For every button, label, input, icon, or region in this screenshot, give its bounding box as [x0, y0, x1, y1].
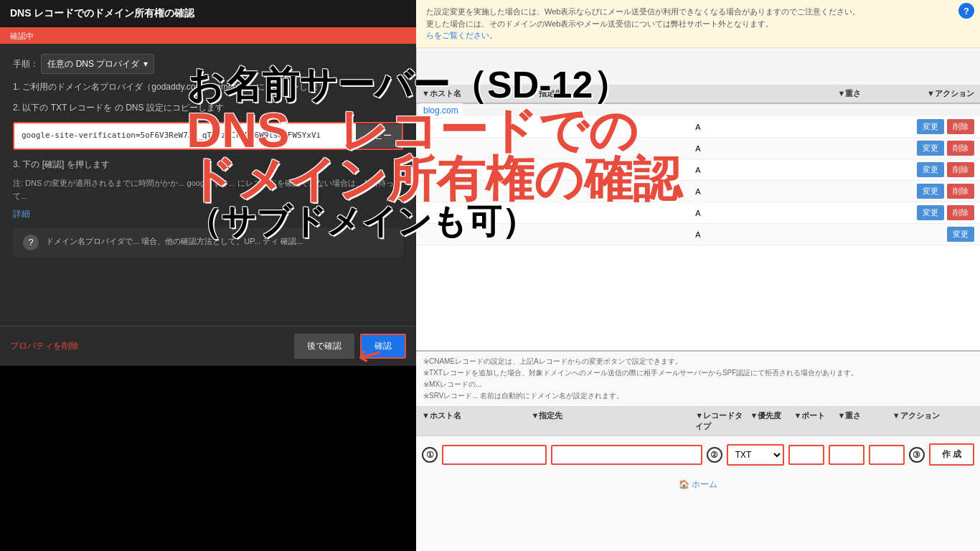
port-input[interactable]: [829, 445, 864, 465]
dns-table-row: A 変更 削除: [416, 159, 980, 181]
dns-rows-container: A 変更 削除 A 変更 削除 A 変更 削除 A: [416, 116, 980, 350]
later-button[interactable]: 後で確認: [294, 334, 354, 359]
change-button[interactable]: 変更: [917, 162, 944, 177]
col-header-host: ▼ホスト名: [422, 88, 531, 99]
delete-button[interactable]: 削除: [947, 162, 974, 177]
delete-button[interactable]: 削除: [947, 205, 974, 220]
create-button[interactable]: 作 成: [929, 443, 974, 466]
dns-note-3: ※MXレコードの...: [423, 379, 973, 390]
priority-input[interactable]: [788, 445, 824, 465]
add-col-type: ▼レコードタイプ: [695, 410, 750, 432]
dialog-subtitle-text: 確認中: [10, 32, 34, 40]
add-col-value: ▼指定先: [531, 410, 695, 432]
row-actions: 変更 削除: [892, 184, 974, 199]
dns-table-row: A 変更 削除: [416, 138, 980, 159]
chevron-down-icon: ▾: [143, 57, 148, 71]
warning-line1: た設定変更を実施した場合には、Web表示ならびにメール送受信が利用できなくなる場…: [426, 6, 970, 18]
warning-line2: 更した場合には、そのドメインのWeb表示やメール送受信については弊社サポート外と…: [426, 18, 970, 30]
dns-note-1: ※CNAMEレコードの設定は、上記Aレコードからの変更ボタンで設定できます。: [423, 356, 973, 367]
provider-info-box: ? ドメイン名プロバイダで... 場合、他の確認方法として、UP... ティ 確…: [13, 227, 403, 258]
change-button[interactable]: 変更: [947, 227, 974, 242]
dialog-panel: DNS レコードでのドメイン所有権の確認 確認中 手順： 任意の DNS プロバ…: [0, 0, 416, 366]
row-actions: 変更 削除: [892, 162, 974, 177]
step1: 1. ご利用のドメイン名プロバイダ（godaddy.com、nameche...…: [13, 80, 403, 94]
change-button[interactable]: 変更: [917, 141, 944, 156]
host-input[interactable]: [442, 445, 547, 465]
provider-label: 任意の DNS プロバイダ: [47, 57, 139, 71]
add-col-action: ▼アクション: [892, 410, 974, 432]
type-select[interactable]: TXT A CNAME MX SRV: [727, 444, 784, 466]
row-actions: 変更 削除: [892, 141, 974, 156]
value-input[interactable]: [551, 445, 702, 465]
dns-table-row: A 変更: [416, 224, 980, 245]
warning-bar: た設定変更を実施した場合には、Web表示ならびにメール送受信が利用できなくなる場…: [416, 0, 980, 48]
warning-link[interactable]: らをご覧ください。: [426, 31, 497, 39]
circle-2: ②: [707, 447, 722, 463]
dns-table-row: A 変更 削除: [416, 181, 980, 202]
detail-link[interactable]: 詳細: [13, 207, 403, 221]
change-button[interactable]: 変更: [917, 184, 944, 199]
provider-info-text: ドメイン名プロバイダで... 場合、他の確認方法として、UP... ティ 確認.…: [46, 235, 303, 248]
step3: 3. 下の [確認] を押します: [13, 157, 403, 171]
row-type: A: [695, 230, 750, 239]
col-header-weight: ▼重さ: [837, 88, 892, 99]
txt-record-value: google-site-verification=5oF6V3ReW7JC_qT…: [14, 123, 356, 149]
change-button[interactable]: 変更: [917, 205, 944, 220]
delete-button[interactable]: 削除: [947, 119, 974, 134]
dns-add-header: ▼ホスト名 ▼指定先 ▼レコードタイプ ▼優先度 ▼ポート ▼重さ ▼アクション: [416, 407, 980, 436]
col-header-ttl: [793, 88, 837, 99]
row-actions: 変更: [892, 227, 974, 242]
row-actions: 変更 削除: [892, 119, 974, 134]
step-provider: 手順： 任意の DNS プロバイダ ▾: [13, 54, 403, 74]
step1-text: 1. ご利用のドメイン名プロバイダ（godaddy.com、nameche...…: [13, 82, 308, 92]
delete-property-button[interactable]: プロパティを削除: [10, 340, 79, 352]
dialog-subtitle: 確認中: [0, 29, 416, 44]
dialog-title: DNS レコードでのドメイン所有権の確認: [10, 7, 194, 19]
dns-table-row: A 変更 削除: [416, 202, 980, 224]
row-type: A: [695, 166, 750, 174]
col-header-action: ▼アクション: [892, 88, 974, 99]
dns-table-row: A 変更 削除: [416, 116, 980, 138]
dialog-body: 手順： 任意の DNS プロバイダ ▾ 1. ご利用のドメイン名プロバイダ（go…: [0, 44, 416, 268]
col-header-type: [695, 88, 750, 99]
info-icon: ?: [23, 235, 39, 250]
help-icon[interactable]: ?: [958, 3, 974, 19]
row-type: A: [695, 187, 750, 196]
dns-table-header: ▼ホスト名 ▼指定先 ▼重さ ▼アクション: [416, 85, 980, 104]
dialog-note: 注: DNS の変更が適用されるまでに時間がかか... google すぐ...…: [13, 177, 403, 202]
row-type: A: [695, 144, 750, 153]
add-col-host: ▼ホスト名: [422, 410, 531, 432]
copy-button[interactable]: コピー: [356, 124, 402, 148]
row-actions: 変更 削除: [892, 205, 974, 220]
step-label: 手順：: [13, 59, 39, 69]
row-type: A: [695, 209, 750, 217]
txt-record-box: google-site-verification=5oF6V3ReW7JC_qT…: [13, 122, 403, 150]
col-header-pri: [750, 88, 793, 99]
step1-suffix: ます: [311, 82, 328, 92]
circle-1: ①: [422, 447, 438, 463]
add-col-port: ▼ポート: [793, 410, 837, 432]
step3-text: 3. 下の [確認] を押します: [13, 159, 110, 169]
delete-button[interactable]: 削除: [947, 184, 974, 199]
domain-name: blog.com: [423, 105, 458, 116]
dns-add-notes: ※CNAMEレコードの設定は、上記Aレコードからの変更ボタンで設定できます。 ※…: [416, 352, 980, 407]
step2-text: 2. 以下の TXT レコードを: [13, 103, 112, 113]
delete-button[interactable]: 削除: [947, 141, 974, 156]
domain-label: blog.com: [419, 103, 463, 118]
dns-note-2: ※TXTレコードを追加した場合、対象ドメインへのメール送信の際に相手メールサーバ…: [423, 367, 973, 379]
dns-note-4: ※SRVレコード... 名前は自動的にドメイン名が設定されます。: [423, 390, 973, 402]
home-link[interactable]: 🏠 ホーム: [416, 473, 980, 496]
add-col-pri: ▼優先度: [750, 410, 793, 432]
row-type: A: [695, 123, 750, 131]
dns-add-section: ※CNAMEレコードの設定は、上記Aレコードからの変更ボタンで設定できます。 ※…: [416, 350, 980, 551]
dns-add-row: ① ② TXT A CNAME MX SRV ③ 作 成: [416, 436, 980, 473]
add-col-weight: ▼重さ: [837, 410, 892, 432]
circle-3: ③: [909, 447, 925, 463]
weight-input[interactable]: [869, 445, 905, 465]
col-header-value: ▼指定先: [531, 88, 695, 99]
step2-suffix: の DNS 設定にコピーします: [115, 103, 224, 113]
dialog-title-bar: DNS レコードでのドメイン所有権の確認: [0, 0, 416, 29]
provider-select[interactable]: 任意の DNS プロバイダ ▾: [41, 54, 154, 74]
black-bottom-area: [0, 366, 416, 551]
change-button[interactable]: 変更: [917, 119, 944, 134]
